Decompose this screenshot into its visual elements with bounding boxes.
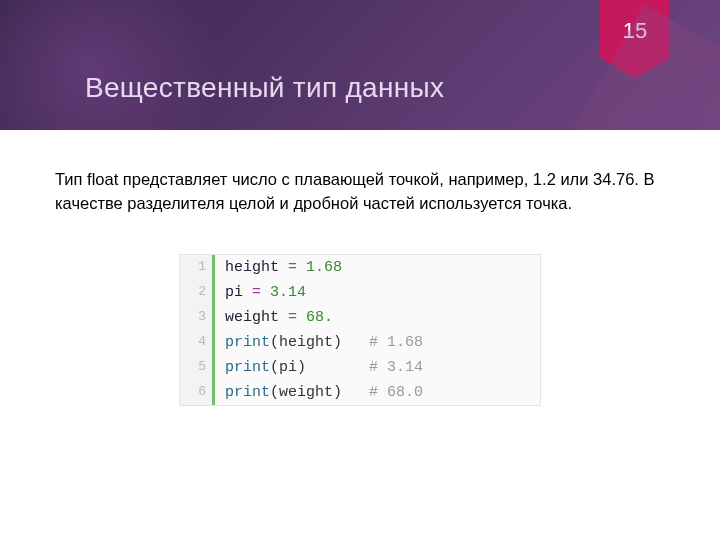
slide: 15 Вещественный тип данных Тип float пре… xyxy=(0,0,720,540)
line-number: 6 xyxy=(180,380,215,405)
line-number: 2 xyxy=(180,280,215,305)
slide-header: 15 Вещественный тип данных xyxy=(0,0,720,130)
code-content: weight = 68. xyxy=(215,305,333,330)
code-line: 5print(pi) # 3.14 xyxy=(180,355,540,380)
code-block: 1height = 1.682pi = 3.143weight = 68.4pr… xyxy=(179,254,541,406)
code-content: print(weight) # 68.0 xyxy=(215,380,423,405)
line-number: 1 xyxy=(180,255,215,280)
code-line: 4print(height) # 1.68 xyxy=(180,330,540,355)
slide-title: Вещественный тип данных xyxy=(85,72,444,104)
code-content: print(pi) # 3.14 xyxy=(215,355,423,380)
code-line: 3weight = 68. xyxy=(180,305,540,330)
page-number-badge: 15 xyxy=(600,0,670,58)
line-number: 4 xyxy=(180,330,215,355)
code-line: 6print(weight) # 68.0 xyxy=(180,380,540,405)
code-content: height = 1.68 xyxy=(215,255,342,280)
line-number: 5 xyxy=(180,355,215,380)
code-line: 1height = 1.68 xyxy=(180,255,540,280)
code-line: 2pi = 3.14 xyxy=(180,280,540,305)
line-number: 3 xyxy=(180,305,215,330)
description-paragraph: Тип float представляет число с плавающей… xyxy=(55,168,665,216)
slide-body: Тип float представляет число с плавающей… xyxy=(0,130,720,406)
code-content: print(height) # 1.68 xyxy=(215,330,423,355)
code-content: pi = 3.14 xyxy=(215,280,306,305)
page-number: 15 xyxy=(623,18,647,43)
